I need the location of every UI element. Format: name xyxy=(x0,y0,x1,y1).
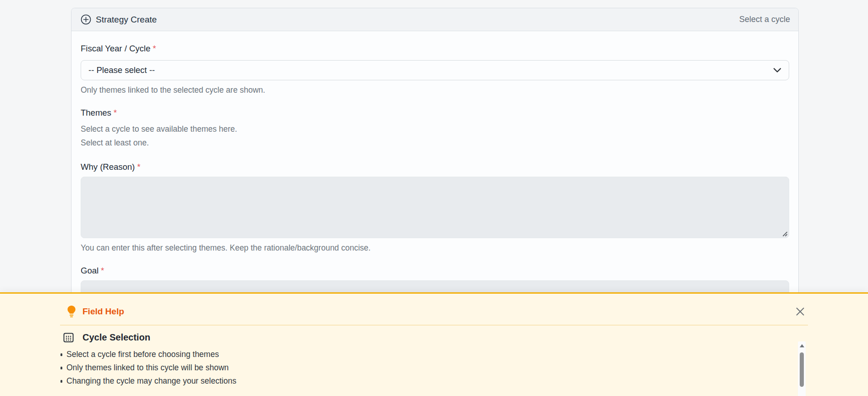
goal-label-text: Goal xyxy=(81,266,99,275)
close-button[interactable] xyxy=(793,305,807,318)
field-help-header: Field Help xyxy=(60,304,808,319)
help-bullet-item: Select a cycle first before choosing the… xyxy=(60,348,790,361)
help-content-area[interactable]: Cycle Selection Select a cycle first bef… xyxy=(60,325,808,390)
required-asterisk: * xyxy=(137,162,140,172)
themes-empty-line2: Select at least one. xyxy=(81,136,789,150)
themes-field-group: Themes* Select a cycle to see available … xyxy=(81,107,789,150)
required-asterisk: * xyxy=(153,44,156,53)
goal-label: Goal* xyxy=(81,265,789,276)
themes-empty-line1: Select a cycle to see available themes h… xyxy=(81,122,789,136)
plus-circle-icon xyxy=(81,14,91,25)
help-section-heading: Cycle Selection xyxy=(60,331,790,343)
fiscal-year-field-group: Fiscal Year / Cycle* -- Please select --… xyxy=(81,43,789,95)
why-textarea[interactable] xyxy=(81,177,789,238)
chevron-down-icon xyxy=(773,67,781,73)
help-scrollbar[interactable] xyxy=(798,341,806,396)
field-help-panel: Field Help xyxy=(0,292,868,396)
why-field-group: Why (Reason)* You can enter this after s… xyxy=(81,162,789,253)
fiscal-year-select-value: -- Please select -- xyxy=(88,65,155,75)
required-asterisk: * xyxy=(114,108,117,117)
fiscal-year-label: Fiscal Year / Cycle* xyxy=(81,43,789,54)
help-bullet-list: Select a cycle first before choosing the… xyxy=(60,348,790,390)
fiscal-year-select[interactable]: -- Please select -- xyxy=(81,60,789,80)
card-header: Strategy Create Select a cycle xyxy=(71,8,798,31)
help-bullet-item: Changing the cycle may change your selec… xyxy=(60,374,790,388)
calendar-icon xyxy=(63,332,74,343)
header-status-text: Select a cycle xyxy=(739,15,790,24)
fiscal-year-label-text: Fiscal Year / Cycle xyxy=(81,44,150,53)
scroll-up-arrow-icon[interactable] xyxy=(800,344,804,347)
required-asterisk: * xyxy=(101,266,104,275)
page-title: Strategy Create xyxy=(96,15,157,25)
fiscal-year-helper-text: Only themes linked to the selected cycle… xyxy=(81,84,789,95)
lightbulb-icon xyxy=(66,305,77,318)
scrollbar-thumb[interactable] xyxy=(800,352,804,387)
close-icon xyxy=(795,306,806,317)
help-bullet-item: If unsure, start with the latest cycle xyxy=(60,388,790,390)
why-label: Why (Reason)* xyxy=(81,162,789,173)
why-helper-text: You can enter this after selecting theme… xyxy=(81,242,789,253)
why-label-text: Why (Reason) xyxy=(81,162,135,172)
themes-label: Themes* xyxy=(81,107,789,118)
themes-label-text: Themes xyxy=(81,108,111,117)
field-help-title: Field Help xyxy=(82,307,124,317)
help-bullet-item: Only themes linked to this cycle will be… xyxy=(60,361,790,374)
help-section-title-text: Cycle Selection xyxy=(82,332,150,343)
